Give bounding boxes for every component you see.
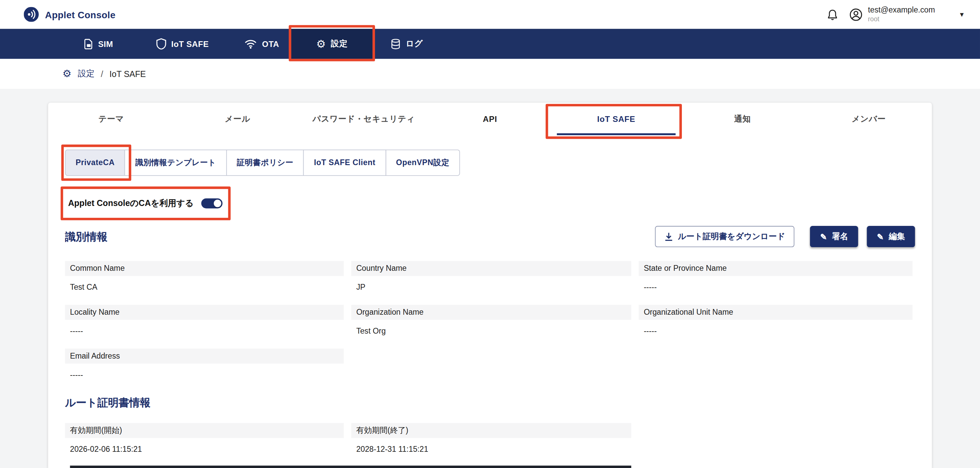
field-label: Organizational Unit Name bbox=[639, 305, 913, 320]
ca-toggle-label: Applet ConsoleのCAを利用する bbox=[68, 198, 194, 209]
field-country-name: Country Name JP bbox=[352, 261, 631, 293]
field-value: ----- bbox=[65, 371, 344, 380]
ca-toggle-switch[interactable] bbox=[201, 198, 222, 208]
user-role: root bbox=[868, 15, 935, 23]
root-cert-fields-grid: 有効期間(開始) 2026-02-06 11:15:21 有効期間(終了) 20… bbox=[65, 423, 915, 455]
sign-button[interactable]: ✎ 署名 bbox=[810, 226, 858, 247]
field-email-address: Email Address ----- bbox=[65, 348, 344, 380]
field-value: 2028-12-31 11:15:21 bbox=[352, 445, 631, 455]
download-root-cert-button[interactable]: ルート証明書をダウンロード bbox=[655, 226, 794, 247]
field-locality-name: Locality Name ----- bbox=[65, 305, 344, 337]
app-title: Applet Console bbox=[45, 9, 115, 20]
subtab-private-ca[interactable]: PrivateCA bbox=[65, 150, 126, 176]
field-valid-to: 有効期間(終了) 2028-12-31 11:15:21 bbox=[352, 423, 631, 455]
nav-item-label: OTA bbox=[262, 39, 279, 49]
field-valid-from: 有効期間(開始) 2026-02-06 11:15:21 bbox=[65, 423, 344, 455]
breadcrumb: ⚙ 設定 / IoT SAFE bbox=[0, 59, 980, 89]
nav-item-iot-safe[interactable]: IoT SAFE bbox=[132, 29, 233, 59]
nav-item-sim[interactable]: SIM bbox=[65, 29, 132, 59]
tab-password-security[interactable]: パスワード・セキュリティ bbox=[301, 103, 426, 135]
nav-item-logs[interactable]: ログ bbox=[373, 29, 441, 59]
log-database-icon bbox=[391, 38, 401, 49]
wifi-icon bbox=[245, 39, 257, 49]
identity-fields-grid: Common Name Test CA Country Name JP Stat… bbox=[65, 261, 915, 380]
content-area: テーマ メール パスワード・セキュリティ API IoT SAFE 通知 メンバ… bbox=[0, 89, 980, 468]
root-cert-section-title: ルート証明書情報 bbox=[65, 397, 915, 409]
tab-theme[interactable]: テーマ bbox=[48, 103, 174, 135]
cutoff-dark-bar bbox=[70, 466, 631, 468]
identity-section-title: 識別情報 bbox=[65, 229, 108, 244]
field-value: Test CA bbox=[65, 283, 344, 293]
nav-item-label: SIM bbox=[98, 39, 113, 49]
tab-iot-safe[interactable]: IoT SAFE bbox=[553, 103, 679, 135]
field-label: Locality Name bbox=[65, 305, 344, 320]
tab-notifications[interactable]: 通知 bbox=[679, 103, 806, 135]
nav-item-label: ログ bbox=[406, 38, 423, 49]
breadcrumb-current: IoT SAFE bbox=[110, 69, 146, 79]
subtab-iot-safe-client[interactable]: IoT SAFE Client bbox=[304, 150, 386, 176]
field-value: ----- bbox=[639, 283, 913, 293]
field-value: ----- bbox=[65, 326, 344, 337]
tab-mail[interactable]: メール bbox=[174, 103, 301, 135]
field-value: Test Org bbox=[352, 326, 631, 337]
field-label: Country Name bbox=[352, 261, 631, 276]
pencil-icon: ✎ bbox=[877, 233, 883, 241]
user-email: test@example.com bbox=[868, 5, 935, 15]
ca-toggle-row: Applet ConsoleのCAを利用する bbox=[65, 190, 915, 217]
subtab-identity-template[interactable]: 識別情報テンプレート bbox=[125, 150, 227, 176]
field-label: Organization Name bbox=[352, 305, 631, 320]
gear-icon: ⚙ bbox=[316, 38, 326, 49]
user-menu-caret-down-icon[interactable]: ▾ bbox=[960, 10, 964, 19]
applet-console-screen: Applet Console test@example.com root ▾ bbox=[0, 0, 980, 468]
top-header: Applet Console test@example.com root ▾ bbox=[0, 0, 980, 29]
user-info: test@example.com root bbox=[868, 5, 935, 23]
account-circle-icon[interactable] bbox=[849, 8, 862, 21]
sign-button-label: 署名 bbox=[832, 231, 848, 242]
app-logo-icon bbox=[24, 7, 38, 22]
identity-section-header: 識別情報 ルート証明書をダウンロード ✎ 署名 bbox=[65, 226, 915, 247]
download-button-label: ルート証明書をダウンロード bbox=[678, 231, 785, 242]
header-right: test@example.com root ▾ bbox=[827, 5, 967, 23]
field-label: Email Address bbox=[65, 348, 344, 363]
breadcrumb-section-link[interactable]: 設定 bbox=[78, 68, 94, 79]
nav-item-settings[interactable]: ⚙ 設定 bbox=[291, 29, 373, 59]
edit-button-label: 編集 bbox=[889, 231, 905, 242]
field-label: State or Province Name bbox=[639, 261, 913, 276]
field-label: Common Name bbox=[65, 261, 344, 276]
identity-actions: ルート証明書をダウンロード ✎ 署名 ✎ 編集 bbox=[655, 226, 915, 247]
tab-members[interactable]: メンバー bbox=[806, 103, 932, 135]
subtab-cert-policy[interactable]: 証明書ポリシー bbox=[226, 150, 304, 176]
main-nav-bar: SIM IoT SAFE OTA ⚙ 設定 bbox=[0, 29, 980, 59]
shield-icon bbox=[156, 38, 166, 49]
field-label: 有効期間(開始) bbox=[65, 423, 344, 438]
settings-tab-bar: テーマ メール パスワード・セキュリティ API IoT SAFE 通知 メンバ… bbox=[48, 103, 932, 135]
edit-button[interactable]: ✎ 編集 bbox=[867, 226, 915, 247]
sim-card-icon bbox=[84, 38, 93, 49]
notification-bell-icon[interactable] bbox=[827, 8, 838, 20]
breadcrumb-gear-icon: ⚙ bbox=[62, 69, 72, 79]
subtab-openvpn-settings[interactable]: OpenVPN設定 bbox=[385, 150, 460, 176]
field-common-name: Common Name Test CA bbox=[65, 261, 344, 293]
nav-item-label: IoT SAFE bbox=[171, 39, 209, 49]
settings-card: テーマ メール パスワード・セキュリティ API IoT SAFE 通知 メンバ… bbox=[48, 103, 932, 468]
field-organization-name: Organization Name Test Org bbox=[352, 305, 631, 337]
field-label: 有効期間(終了) bbox=[352, 423, 631, 438]
field-value: ----- bbox=[639, 326, 913, 337]
field-value: JP bbox=[352, 283, 631, 293]
pencil-icon: ✎ bbox=[820, 233, 827, 241]
download-icon bbox=[664, 232, 673, 241]
breadcrumb-separator: / bbox=[101, 69, 103, 79]
tab-api[interactable]: API bbox=[427, 103, 553, 135]
field-organizational-unit-name: Organizational Unit Name ----- bbox=[639, 305, 913, 337]
field-state-or-province-name: State or Province Name ----- bbox=[639, 261, 913, 293]
nav-item-label: 設定 bbox=[331, 38, 347, 49]
iot-safe-subtab-bar: PrivateCA 識別情報テンプレート 証明書ポリシー IoT SAFE Cl… bbox=[65, 150, 460, 176]
nav-item-ota[interactable]: OTA bbox=[232, 29, 291, 59]
field-value: 2026-02-06 11:15:21 bbox=[65, 445, 344, 455]
